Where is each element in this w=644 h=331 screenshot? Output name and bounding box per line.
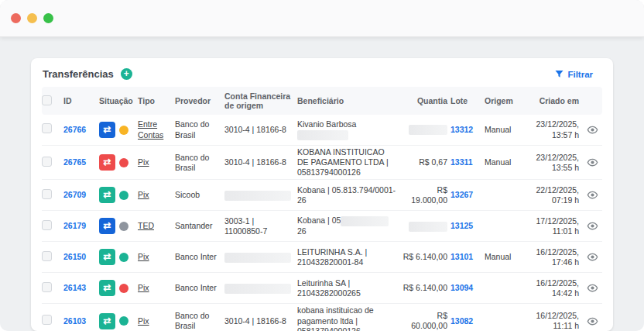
column-header-lote: Lote <box>450 95 481 107</box>
transfer-type-link[interactable]: Pix <box>138 283 149 292</box>
status-dot <box>119 316 128 326</box>
batch-link[interactable]: 13311 <box>450 156 481 169</box>
origin-cell <box>485 225 519 228</box>
view-transfer-button[interactable] <box>582 122 602 137</box>
status-dot <box>119 158 128 167</box>
transfer-arrows-icon: ⇄ <box>99 313 115 329</box>
status-dot <box>119 222 128 231</box>
transfer-id-link[interactable]: 26765 <box>63 156 96 169</box>
view-transfer-button[interactable] <box>582 314 602 329</box>
batch-link[interactable]: 13094 <box>450 281 481 295</box>
view-transfer-button[interactable] <box>582 250 602 264</box>
eye-icon <box>587 157 598 168</box>
table-header-row: ID Situação Tipo Provedor Conta Financei… <box>42 87 602 115</box>
table-body: 26766 ⇄ Entre Contas Banco do Brasil 301… <box>42 115 602 331</box>
transfer-type-link[interactable]: Entre Contas <box>138 119 163 139</box>
transfer-id-link[interactable]: 26143 <box>63 281 96 295</box>
status-dot <box>119 191 128 200</box>
amount-cell: R$ 60.000,00 <box>399 309 447 331</box>
table-row: 26766 ⇄ Entre Contas Banco do Brasil 301… <box>42 115 602 146</box>
row-checkbox[interactable] <box>42 282 52 292</box>
close-window-button[interactable] <box>11 13 21 23</box>
column-header-provedor: Provedor <box>175 95 221 107</box>
transfer-id-link[interactable]: 26709 <box>63 188 96 202</box>
filter-button[interactable]: Filtrar <box>555 70 593 79</box>
column-header-criado: Criado em <box>522 95 579 107</box>
browser-window: Transferências + Filtrar ID Situação Tip… <box>0 0 644 331</box>
batch-link[interactable]: 13125 <box>450 219 481 233</box>
table-row: 26143 ⇄ Pix Banco Inter Leiturinha SA | … <box>42 273 602 304</box>
column-header-id: ID <box>63 95 96 107</box>
provider-cell: Banco do Brasil <box>175 309 221 331</box>
eye-icon <box>587 220 598 232</box>
status-cell: ⇄ <box>99 278 135 298</box>
transfer-type-link[interactable]: Pix <box>138 316 149 326</box>
transfers-panel: Transferências + Filtrar ID Situação Tip… <box>31 58 613 331</box>
select-all-checkbox[interactable] <box>42 95 52 105</box>
provider-cell: Banco do Brasil <box>175 151 221 174</box>
column-header-situacao: Situação <box>99 95 135 107</box>
view-transfer-button[interactable] <box>582 155 602 170</box>
transfer-id-link[interactable]: 26103 <box>63 315 96 328</box>
created-at-cell: 22/12/2025, 07:19 h <box>522 184 579 207</box>
batch-link[interactable]: 13082 <box>450 315 481 328</box>
batch-link[interactable]: 13267 <box>450 188 481 202</box>
view-transfer-button[interactable] <box>582 188 602 202</box>
beneficiary-cell: KOBANA INSTITUICAO DE PAGAMENTO LTDA | 0… <box>297 146 396 179</box>
transfer-arrows-icon: ⇄ <box>99 122 115 138</box>
transfer-arrows-icon: ⇄ <box>99 154 115 171</box>
status-dot <box>119 126 128 135</box>
origin-cell <box>485 319 519 322</box>
beneficiary-cell: Leiturinha SA | 21043282000265 <box>297 277 396 300</box>
transfer-arrows-icon: ⇄ <box>99 280 115 296</box>
transfer-id-link[interactable]: 26766 <box>63 123 96 136</box>
row-checkbox[interactable] <box>42 220 52 230</box>
row-checkbox[interactable] <box>42 189 52 199</box>
row-checkbox[interactable] <box>42 157 52 167</box>
beneficiary-cell: kobana instituicao de pagamento ltda | 0… <box>297 304 396 331</box>
status-cell: ⇄ <box>99 120 135 140</box>
view-transfer-button[interactable] <box>582 281 602 295</box>
traffic-lights <box>11 13 53 23</box>
transfer-id-link[interactable]: 26179 <box>63 219 96 233</box>
transfer-type-link[interactable]: TED <box>138 221 154 230</box>
amount-cell <box>399 219 447 233</box>
created-at-cell: 17/12/2025, 11:01 h <box>522 215 579 238</box>
provider-cell: Banco do Brasil <box>175 118 221 141</box>
transfer-id-link[interactable]: 26150 <box>63 250 96 264</box>
transfer-type-link[interactable]: Pix <box>138 252 149 261</box>
created-at-cell: 16/12/2025, 14:42 h <box>522 277 579 300</box>
beneficiary-cell: Kobana | 05.813.794/0001-26 <box>297 184 396 207</box>
origin-cell <box>485 194 519 197</box>
amount-cell <box>399 123 447 137</box>
transfer-arrows-icon: ⇄ <box>99 187 115 203</box>
source-account-cell: 3010-4 | 18166-8 <box>224 123 294 136</box>
row-checkbox[interactable] <box>42 315 52 325</box>
minimize-window-button[interactable] <box>27 13 37 23</box>
row-checkbox[interactable] <box>42 123 52 133</box>
transfer-type-link[interactable]: Pix <box>138 157 149 167</box>
eye-icon <box>587 189 598 201</box>
source-account-cell <box>224 250 294 264</box>
column-header-tipo: Tipo <box>138 95 172 107</box>
batch-link[interactable]: 13101 <box>450 250 481 264</box>
filter-icon <box>555 70 564 78</box>
transfer-arrows-icon: ⇄ <box>99 249 115 265</box>
origin-cell: Manual <box>485 156 519 169</box>
table-row: 26765 ⇄ Pix Banco do Brasil 3010-4 | 181… <box>42 146 602 180</box>
page-title: Transferências <box>43 68 114 80</box>
created-at-cell: 16/12/2025, 11:11 h <box>522 309 579 331</box>
provider-cell: Santander <box>175 219 221 233</box>
row-checkbox[interactable] <box>42 251 52 261</box>
column-header-conta: Conta Financeira de origem <box>224 90 294 112</box>
add-transfer-button[interactable]: + <box>121 68 132 80</box>
batch-link[interactable]: 13312 <box>450 123 481 136</box>
panel-header: Transferências + Filtrar <box>31 58 613 87</box>
table-row: 26150 ⇄ Pix Banco Inter LEITURINHA S.A. … <box>42 242 602 273</box>
created-at-cell: 16/12/2025, 17:46 h <box>522 246 579 269</box>
amount-cell: R$ 6.140,00 <box>399 281 447 295</box>
view-transfer-button[interactable] <box>582 219 602 233</box>
transfer-type-link[interactable]: Pix <box>138 190 149 199</box>
filter-label: Filtrar <box>567 70 593 79</box>
zoom-window-button[interactable] <box>43 13 53 23</box>
